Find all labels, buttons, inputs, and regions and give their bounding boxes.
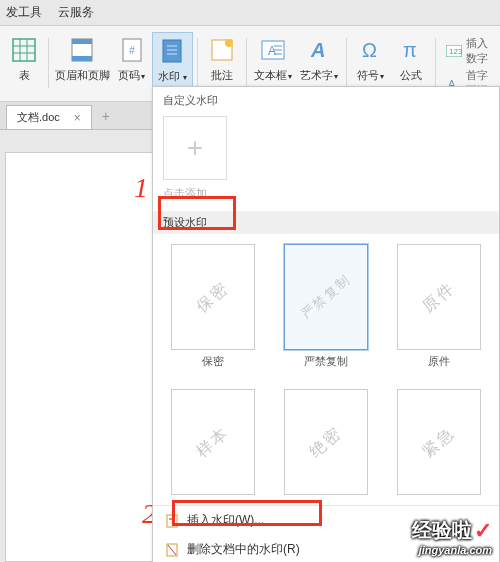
preset-item[interactable]: 紧急 <box>390 389 489 495</box>
close-icon[interactable]: × <box>74 111 81 125</box>
svg-rect-6 <box>72 39 92 44</box>
svg-text:Ω: Ω <box>362 39 377 61</box>
wordart-icon: A <box>305 36 333 64</box>
preset-item[interactable]: 样本 <box>163 389 262 495</box>
watermark-dropdown: 自定义水印 + 点击添加 预设水印 保密 保密 严禁复制 严禁复制 原件 原件 … <box>152 86 500 562</box>
check-icon: ✓ <box>474 518 492 544</box>
comment-icon <box>208 36 236 64</box>
menu-cloud[interactable]: 云服务 <box>58 4 94 21</box>
preset-item[interactable]: 绝密 <box>276 389 375 495</box>
svg-text:A: A <box>310 39 325 61</box>
svg-rect-27 <box>167 515 177 527</box>
preset-section-title: 预设水印 <box>153 211 499 234</box>
annotation-number-1: 1 <box>134 172 148 204</box>
chevron-down-icon: ▾ <box>288 72 292 81</box>
brand-watermark: 经验啦 ✓ jingyanla.com <box>412 517 492 556</box>
svg-text:123: 123 <box>449 47 462 56</box>
svg-rect-7 <box>72 56 92 61</box>
add-tab-button[interactable]: + <box>102 108 110 124</box>
textbox-icon: A <box>259 36 287 64</box>
insert-number-button[interactable]: 123 插入数字 <box>446 36 496 66</box>
chevron-down-icon: ▾ <box>181 73 187 82</box>
preset-grid-row1: 保密 保密 严禁复制 严禁复制 原件 原件 <box>153 234 499 379</box>
table-icon <box>10 36 38 64</box>
header-footer-button[interactable]: 页眉和页脚 <box>53 32 112 96</box>
separator <box>48 38 49 88</box>
chevron-down-icon: ▾ <box>334 72 338 81</box>
preset-item[interactable]: 严禁复制 严禁复制 <box>276 244 375 369</box>
separator <box>435 38 436 88</box>
watermark-icon <box>158 37 186 65</box>
preset-item[interactable]: 原件 原件 <box>390 244 489 369</box>
pi-icon: π <box>397 36 425 64</box>
svg-rect-10 <box>163 40 181 62</box>
svg-rect-28 <box>169 518 175 520</box>
separator <box>246 38 247 88</box>
menu-dev-tools[interactable]: 发工具 <box>6 4 42 21</box>
page-number-button[interactable]: # 页码▾ <box>112 32 152 96</box>
plus-icon: + <box>187 132 203 164</box>
chevron-down-icon: ▾ <box>141 72 145 81</box>
table-button[interactable]: 表 <box>4 32 44 96</box>
page-number-icon: # <box>118 36 146 64</box>
preset-grid-row2: 样本 绝密 紧急 <box>153 379 499 505</box>
remove-icon <box>165 543 179 557</box>
menu-bar: 发工具 云服务 <box>0 0 500 26</box>
separator <box>346 38 347 88</box>
omega-icon: Ω <box>357 36 385 64</box>
chevron-down-icon: ▾ <box>380 72 384 81</box>
svg-text:#: # <box>129 45 135 56</box>
header-footer-icon <box>68 36 96 64</box>
svg-point-15 <box>225 39 233 47</box>
document-tab-label: 文档.doc <box>17 110 60 125</box>
svg-text:π: π <box>403 39 417 61</box>
add-caption: 点击添加 <box>163 186 489 201</box>
svg-rect-0 <box>13 39 35 61</box>
custom-watermark-title: 自定义水印 <box>163 93 489 108</box>
number-icon: 123 <box>446 45 462 57</box>
separator <box>197 38 198 88</box>
preset-item[interactable]: 保密 保密 <box>163 244 262 369</box>
add-watermark-tile[interactable]: + <box>163 116 227 180</box>
document-tab[interactable]: 文档.doc × <box>6 105 92 130</box>
insert-icon <box>165 514 179 528</box>
